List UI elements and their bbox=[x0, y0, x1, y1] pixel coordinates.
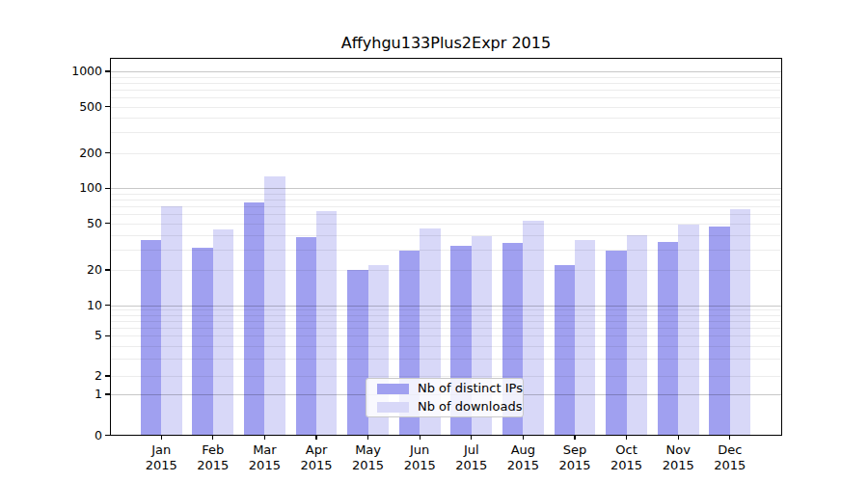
x-tick-label: Jun2015 bbox=[391, 442, 448, 472]
month-label: Apr bbox=[287, 442, 345, 458]
y-tick-label: 1000 bbox=[2, 64, 102, 79]
month-label: May bbox=[339, 442, 397, 458]
x-axis-tick bbox=[367, 435, 368, 440]
y-tick-label: 500 bbox=[2, 99, 102, 115]
x-axis-tick bbox=[264, 435, 265, 440]
month-label: Dec bbox=[701, 442, 759, 458]
legend: Nb of distinct IPs Nb of downloads bbox=[366, 378, 524, 417]
gridline-major bbox=[111, 188, 781, 189]
x-axis-tick bbox=[420, 435, 420, 440]
year-label: 2015 bbox=[339, 458, 397, 473]
year-label: 2015 bbox=[546, 458, 604, 473]
gridline-minor bbox=[111, 194, 781, 195]
year-label: 2015 bbox=[287, 458, 345, 473]
gridline-minor bbox=[111, 315, 781, 316]
legend-label-downloads: Nb of downloads bbox=[418, 399, 522, 415]
x-axis-tick bbox=[626, 435, 627, 440]
x-tick-label: Aug2015 bbox=[494, 442, 552, 472]
y-tick-label: 100 bbox=[2, 180, 102, 196]
gridline-minor bbox=[111, 321, 781, 322]
y-axis-tick bbox=[105, 106, 111, 107]
gridline-major bbox=[111, 71, 781, 72]
y-axis-tick bbox=[105, 223, 111, 224]
x-axis-tick bbox=[729, 435, 730, 440]
x-axis-tick bbox=[523, 435, 524, 440]
bar-downloads bbox=[678, 225, 698, 435]
gridline-minor bbox=[111, 250, 781, 251]
month-label: Oct bbox=[598, 442, 656, 458]
gridline-minor bbox=[111, 359, 781, 360]
month-label: Jan bbox=[132, 442, 190, 458]
x-axis-tick bbox=[678, 435, 679, 440]
y-axis-tick bbox=[105, 188, 111, 189]
gridline-minor bbox=[111, 214, 781, 215]
x-axis-tick bbox=[212, 435, 213, 440]
x-tick-label: Mar2015 bbox=[235, 442, 293, 472]
bar-distinct-ips bbox=[555, 265, 575, 435]
bar-downloads bbox=[316, 211, 337, 435]
month-label: Feb bbox=[184, 442, 242, 458]
y-axis-tick bbox=[105, 152, 111, 153]
x-tick-label: Feb2015 bbox=[184, 442, 242, 472]
gridline-minor bbox=[111, 77, 781, 78]
gridline-minor bbox=[111, 153, 781, 154]
x-tick-label: Sep2015 bbox=[546, 442, 604, 472]
gridline-minor bbox=[111, 132, 781, 133]
y-axis-tick bbox=[105, 393, 111, 394]
y-tick-label: 0 bbox=[2, 428, 102, 443]
gridline-minor bbox=[111, 346, 781, 347]
year-label: 2015 bbox=[598, 458, 656, 473]
year-label: 2015 bbox=[184, 458, 242, 473]
bar-distinct-ips bbox=[192, 248, 212, 435]
y-tick-label: 50 bbox=[2, 216, 102, 231]
gridline-minor bbox=[111, 206, 781, 207]
y-tick-label: 1 bbox=[2, 387, 102, 402]
bar-downloads bbox=[730, 209, 750, 435]
bar-distinct-ips bbox=[606, 251, 626, 435]
y-axis-tick bbox=[105, 269, 111, 270]
gridline-minor bbox=[111, 235, 781, 236]
gridline-major bbox=[111, 306, 781, 307]
legend-swatch-downloads bbox=[377, 402, 409, 413]
x-axis-tick bbox=[471, 435, 472, 440]
bar-distinct-ips bbox=[709, 227, 729, 435]
gridline-minor bbox=[111, 335, 781, 336]
year-label: 2015 bbox=[235, 458, 293, 473]
x-tick-label: Oct2015 bbox=[598, 442, 656, 472]
bar-downloads bbox=[213, 229, 233, 435]
y-tick-label: 20 bbox=[2, 262, 102, 278]
gridline-minor bbox=[111, 224, 781, 225]
gridline-minor bbox=[111, 118, 781, 119]
year-label: 2015 bbox=[649, 458, 707, 473]
gridline-minor bbox=[111, 83, 781, 84]
month-label: Nov bbox=[649, 442, 707, 458]
bar-distinct-ips bbox=[244, 202, 264, 435]
gridline-minor bbox=[111, 97, 781, 98]
y-axis-tick bbox=[105, 70, 111, 71]
month-label: Mar bbox=[235, 442, 293, 458]
year-label: 2015 bbox=[391, 458, 448, 473]
gridline-minor bbox=[111, 90, 781, 91]
y-tick-label: 2 bbox=[2, 368, 102, 384]
bar-downloads bbox=[627, 235, 647, 436]
legend-label-distinct-ips: Nb of distinct IPs bbox=[418, 381, 523, 396]
x-axis-tick bbox=[161, 435, 162, 440]
y-tick-label: 10 bbox=[2, 298, 102, 313]
year-label: 2015 bbox=[132, 458, 190, 473]
month-label: Sep bbox=[546, 442, 604, 458]
gridline-minor bbox=[111, 328, 781, 329]
chart-title: Affyhgu133Plus2Expr 2015 bbox=[111, 33, 781, 54]
month-label: Jun bbox=[391, 442, 448, 458]
x-tick-label: Dec2015 bbox=[701, 442, 759, 472]
y-tick-label: 5 bbox=[2, 328, 102, 343]
legend-row: Nb of distinct IPs bbox=[377, 381, 523, 396]
month-label: Jul bbox=[443, 442, 501, 458]
legend-swatch-distinct-ips bbox=[377, 384, 409, 394]
gridline-minor bbox=[111, 107, 781, 108]
x-tick-label: Nov2015 bbox=[649, 442, 707, 472]
x-tick-label: Jul2015 bbox=[443, 442, 501, 472]
x-tick-label: May2015 bbox=[339, 442, 397, 472]
x-axis-tick bbox=[315, 435, 316, 440]
year-label: 2015 bbox=[443, 458, 501, 473]
year-label: 2015 bbox=[701, 458, 759, 473]
